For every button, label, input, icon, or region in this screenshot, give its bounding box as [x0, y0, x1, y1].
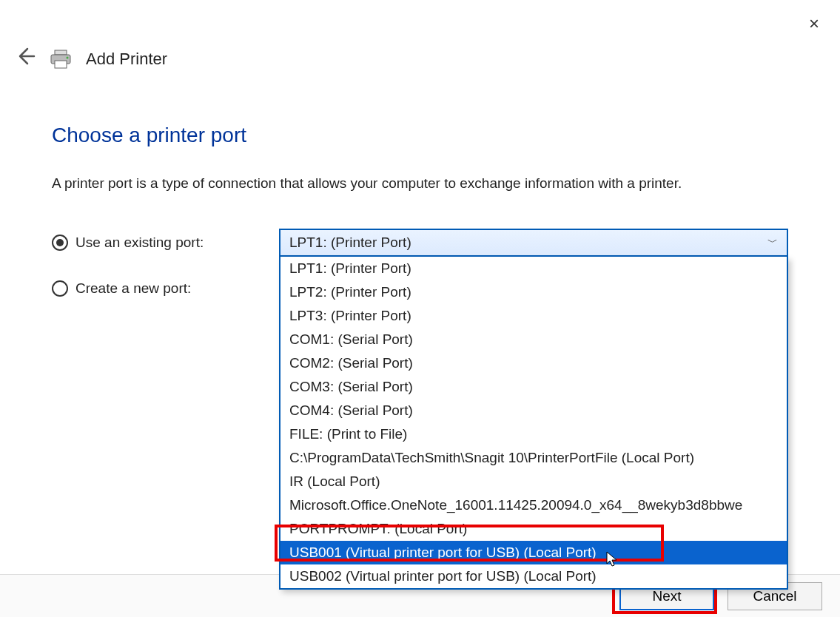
radio-create-new-indicator [52, 280, 68, 297]
dropdown-option[interactable]: IR (Local Port) [280, 470, 787, 493]
option-use-existing-row: Use an existing port: LPT1: (Printer Por… [52, 229, 788, 257]
dropdown-option[interactable]: Microsoft.Office.OneNote_16001.11425.200… [280, 493, 787, 517]
printer-icon [49, 49, 73, 70]
dropdown-option[interactable]: C:\ProgramData\TechSmith\Snagit 10\Print… [280, 446, 787, 470]
dropdown-option[interactable]: USB002 (Virtual printer port for USB) (L… [280, 564, 787, 588]
dropdown-option[interactable]: LPT1: (Printer Port) [280, 257, 787, 280]
close-button[interactable]: × [809, 13, 819, 34]
radio-use-existing-label: Use an existing port: [75, 235, 204, 251]
dropdown-option[interactable]: COM1: (Serial Port) [280, 328, 787, 351]
svg-rect-2 [55, 61, 67, 68]
chevron-down-icon: ﹀ [767, 236, 778, 249]
dropdown-option[interactable]: LPT2: (Printer Port) [280, 280, 787, 304]
dropdown-option[interactable]: COM3: (Serial Port) [280, 375, 787, 399]
port-combobox[interactable]: LPT1: (Printer Port) ﹀ [279, 229, 788, 257]
radio-create-new-label: Create a new port: [75, 280, 191, 297]
window-title: Add Printer [86, 50, 167, 69]
stage-description: A printer port is a type of connection t… [52, 175, 788, 192]
svg-point-3 [67, 56, 69, 58]
wizard-content: Choose a printer port A printer port is … [0, 72, 840, 297]
combobox-selected-text: LPT1: (Printer Port) [289, 235, 411, 251]
dropdown-option[interactable]: FILE: (Print to File) [280, 422, 787, 446]
dropdown-option[interactable]: COM4: (Serial Port) [280, 399, 787, 422]
dropdown-option[interactable]: PORTPROMPT: (Local Port) [280, 517, 787, 541]
stage-heading: Choose a printer port [52, 124, 788, 147]
wizard-header: Add Printer [0, 0, 840, 72]
back-button[interactable] [15, 46, 36, 72]
back-arrow-icon [15, 46, 36, 67]
dropdown-option[interactable]: COM2: (Serial Port) [280, 351, 787, 375]
radio-create-new[interactable]: Create a new port: [52, 280, 281, 297]
dropdown-option[interactable]: LPT3: (Printer Port) [280, 304, 787, 328]
dropdown-option-highlighted[interactable]: USB001 (Virtual printer port for USB) (L… [280, 541, 787, 564]
svg-rect-0 [55, 50, 67, 55]
port-combo-container: LPT1: (Printer Port) ﹀ LPT1: (Printer Po… [279, 229, 788, 257]
radio-use-existing[interactable]: Use an existing port: [52, 235, 279, 251]
port-dropdown: LPT1: (Printer Port) LPT2: (Printer Port… [279, 257, 788, 590]
radio-use-existing-indicator [52, 235, 68, 251]
